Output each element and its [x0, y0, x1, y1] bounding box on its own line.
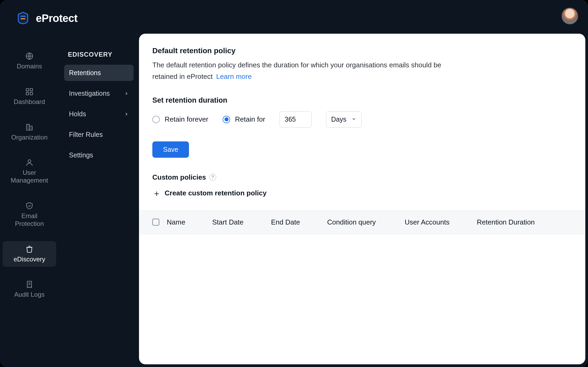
shield-icon — [25, 202, 34, 210]
retention-radio-group: Retain forever Retain for Days — [152, 111, 572, 128]
create-label: Create custom retention policy — [165, 189, 266, 197]
svg-rect-3 — [26, 88, 29, 91]
custom-policies-header: Custom policies ? — [152, 173, 572, 181]
nav-label: Email Protection — [15, 212, 44, 228]
custom-policies-title: Custom policies — [152, 173, 206, 181]
radio-icon — [223, 116, 230, 123]
svg-rect-1 — [21, 18, 25, 20]
nav-email-protection[interactable]: Email Protection — [3, 198, 56, 231]
nav-label: Dashboard — [14, 98, 45, 106]
building-icon — [25, 123, 34, 132]
globe-icon — [25, 52, 34, 60]
default-policy-description: The default retention policy defines the… — [152, 59, 446, 82]
retain-for-option[interactable]: Retain for — [223, 115, 265, 123]
learn-more-link[interactable]: Learn more — [216, 72, 252, 80]
archive-icon — [25, 245, 34, 253]
secondary-nav: EDISCOVERY Retentions Investigations Hol… — [59, 0, 139, 367]
col-condition: Condition query — [327, 218, 405, 226]
svg-rect-0 — [20, 16, 26, 17]
brand-name: eProtect — [36, 12, 78, 24]
nav-label: Audit Logs — [14, 291, 44, 299]
subnav-filter-rules[interactable]: Filter Rules — [64, 126, 134, 143]
user-icon — [25, 158, 34, 167]
radio-label: Retain for — [235, 115, 265, 123]
subnav-holds[interactable]: Holds — [64, 106, 134, 122]
svg-rect-4 — [30, 88, 33, 91]
main-panel: Default retention policy The default ret… — [139, 34, 585, 364]
save-button[interactable]: Save — [152, 141, 189, 158]
subnav-label: Holds — [69, 110, 86, 118]
nav-label: Organization — [11, 134, 48, 141]
retention-duration-title: Set retention duration — [152, 96, 572, 105]
radio-icon — [152, 116, 160, 123]
create-custom-policy-button[interactable]: ＋ Create custom retention policy — [152, 189, 572, 198]
dashboard-icon — [25, 87, 34, 96]
radio-label: Retain forever — [165, 115, 208, 123]
nav-audit-logs[interactable]: Audit Logs — [3, 276, 56, 302]
brand-area: eProtect — [15, 10, 78, 27]
brand-logo-icon — [15, 10, 31, 27]
subnav-label: Filter Rules — [69, 131, 103, 138]
svg-rect-5 — [26, 92, 29, 95]
col-name: Name — [167, 218, 212, 226]
plus-icon: ＋ — [152, 189, 161, 198]
chevron-right-icon — [124, 91, 129, 96]
retain-forever-option[interactable]: Retain forever — [152, 115, 208, 123]
unit-label: Days — [331, 115, 346, 123]
col-accounts: User Accounts — [405, 218, 477, 226]
chevron-right-icon — [124, 112, 129, 117]
svg-rect-6 — [30, 92, 33, 95]
secondary-nav-heading: EDISCOVERY — [64, 51, 134, 58]
help-icon[interactable]: ? — [209, 174, 216, 181]
col-start-date: Start Date — [212, 218, 271, 226]
subnav-settings[interactable]: Settings — [64, 147, 134, 163]
subnav-investigations[interactable]: Investigations — [64, 85, 134, 102]
subnav-retentions[interactable]: Retentions — [64, 65, 134, 81]
subnav-label: Retentions — [69, 69, 101, 77]
nav-ediscovery[interactable]: eDiscovery — [3, 241, 56, 267]
svg-point-9 — [28, 160, 31, 163]
app-shell: eProtect Domains Dashboard Organization — [0, 0, 588, 367]
nav-organization[interactable]: Organization — [3, 119, 56, 145]
nav-user-management[interactable]: User Management — [3, 154, 56, 188]
col-end-date: End Date — [271, 218, 327, 226]
nav-dashboard[interactable]: Dashboard — [3, 84, 56, 110]
receipt-icon — [25, 280, 34, 289]
primary-nav: Domains Dashboard Organization User Mana… — [0, 0, 59, 367]
desc-text: The default retention policy defines the… — [152, 61, 441, 80]
default-policy-title: Default retention policy — [152, 47, 572, 55]
col-retention: Retention Duration — [477, 218, 572, 226]
chevron-down-icon — [351, 115, 357, 123]
nav-label: Domains — [17, 63, 42, 70]
subnav-label: Investigations — [69, 90, 110, 97]
nav-label: eDiscovery — [14, 256, 45, 263]
retention-unit-select[interactable]: Days — [326, 111, 362, 128]
subnav-label: Settings — [69, 151, 93, 159]
select-all-checkbox[interactable] — [152, 219, 159, 226]
retention-value-input[interactable] — [280, 111, 312, 128]
svg-rect-8 — [29, 126, 32, 130]
policies-table-header: Name Start Date End Date Condition query… — [139, 210, 585, 234]
nav-domains[interactable]: Domains — [3, 48, 56, 74]
nav-label: User Management — [11, 169, 48, 184]
user-avatar[interactable] — [561, 7, 578, 25]
